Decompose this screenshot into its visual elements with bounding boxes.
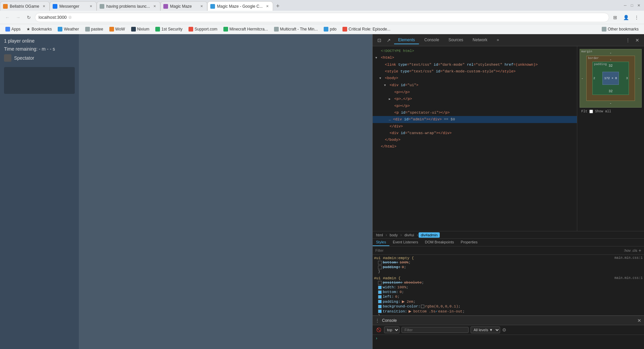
devtools-inspect-icon[interactable]: ↗	[385, 36, 393, 44]
devtools-dock-icon[interactable]: ⊡	[375, 36, 383, 44]
bookmark-weather[interactable]: Weather	[55, 26, 82, 33]
bookmark-nixium[interactable]: Nixium	[128, 26, 152, 33]
color-swatch[interactable]	[421, 305, 424, 308]
new-tab-button[interactable]: +	[273, 1, 282, 11]
console-filter-input[interactable]	[401, 327, 469, 333]
account-icon[interactable]: 👤	[621, 13, 631, 22]
extensions-icon[interactable]: ⊞	[610, 13, 620, 22]
html-line-style[interactable]: <style type="text/css" id="dark-mode-cus…	[373, 68, 577, 75]
address-bar[interactable]: localhost:3000 ☆	[35, 13, 609, 22]
tree-toggle[interactable]	[379, 75, 383, 81]
devtools-settings-icon[interactable]: ⋮	[624, 36, 632, 44]
style-tab-events[interactable]: Event Listeners	[389, 239, 422, 246]
css-prop-checkbox[interactable]	[378, 300, 382, 303]
back-button[interactable]: ←	[3, 13, 12, 22]
bookmark-bookmarks[interactable]: ★ Bookmarks	[24, 26, 54, 33]
reload-button[interactable]: ↻	[24, 13, 34, 22]
css-prop-checkbox[interactable]	[378, 305, 382, 308]
bookmark-minecraft-hermit[interactable]: Minecraft Hermitcra...	[221, 26, 271, 33]
html-line-html-close[interactable]: </html>	[373, 143, 577, 150]
bookmark-apps[interactable]: Apps	[3, 26, 23, 33]
css-file[interactable]: main.min.css:1	[614, 256, 643, 260]
maximize-button[interactable]: □	[629, 3, 635, 8]
html-line-p-spectator[interactable]: <p id="spectator-ui"></p>	[373, 109, 577, 116]
tab-magic-maze-google[interactable]: Magic Maze - Google C... ✕	[207, 1, 273, 11]
tab-sources[interactable]: Sources	[444, 36, 467, 44]
css-selector: #ui #admin {	[374, 276, 400, 280]
other-bookmarks[interactable]: Other bookmarks	[599, 26, 641, 33]
menu-icon[interactable]: ⋮	[632, 13, 641, 22]
bookmark-support[interactable]: Support.com	[186, 26, 220, 33]
style-tab-dom-breakpoints[interactable]: DOM Breakpoints	[422, 239, 458, 246]
tab-network[interactable]: Network	[469, 36, 491, 44]
tree-toggle[interactable]	[389, 96, 392, 102]
tab-title: Magic Maze - Google C...	[217, 4, 263, 9]
html-line-body[interactable]: <body>	[373, 75, 577, 82]
css-property: bottom:	[383, 260, 398, 265]
tab-close[interactable]: ✕	[199, 4, 204, 9]
html-line-link[interactable]: <link type="text/css" id="dark-mode" rel…	[373, 61, 577, 68]
minimize-button[interactable]: ─	[623, 3, 628, 8]
forward-button[interactable]: →	[13, 13, 23, 22]
css-file[interactable]: main.min.css:1	[614, 276, 643, 280]
breadcrumb-html[interactable]: html	[374, 232, 385, 238]
css-prop-checkbox[interactable]	[378, 295, 382, 299]
styles-filter-input[interactable]	[375, 248, 621, 252]
css-property: padding:	[383, 300, 400, 304]
bookmark-critical-role[interactable]: Critical Role: Episode...	[340, 26, 393, 33]
tab-elements[interactable]: Elements	[394, 36, 419, 44]
css-prop-checkbox[interactable]	[378, 261, 382, 265]
css-prop-checkbox[interactable]	[378, 266, 382, 269]
tab-close[interactable]: ✕	[152, 4, 157, 9]
bookmark-label: WoW	[115, 27, 125, 32]
filter-add-button[interactable]: +	[639, 248, 641, 253]
html-line-div-close[interactable]: </div>	[373, 123, 577, 130]
html-line-canvas-wrap[interactable]: <div id="canvas-wrap"></div>	[373, 130, 577, 136]
css-prop-checkbox[interactable]	[378, 286, 382, 289]
bookmark-star-icon[interactable]: ☆	[68, 15, 72, 20]
html-line-doctype[interactable]: <!DOCTYPE html>	[373, 48, 577, 54]
breadcrumb-body[interactable]: body	[388, 232, 400, 238]
css-prop-checkbox[interactable]	[378, 281, 382, 285]
html-line-p1[interactable]: <p></p>	[373, 89, 577, 96]
html-line-p3[interactable]: <p></p>	[373, 103, 577, 109]
bookmark-wow[interactable]: WoW	[107, 26, 128, 33]
box-model-panel: margin - - - - border -	[577, 46, 644, 231]
bookmark-multicraft[interactable]: Multicraft - The Min...	[271, 26, 320, 33]
console-close-button[interactable]: ✕	[637, 318, 641, 323]
tab-magic-maze[interactable]: Magic Maze ✕	[160, 1, 207, 11]
tree-toggle[interactable]	[375, 55, 379, 61]
devtools-close-icon[interactable]: ✕	[633, 36, 641, 44]
css-prop-checkbox[interactable]	[378, 309, 382, 313]
tab-close[interactable]: ✕	[88, 4, 94, 9]
style-tab-styles[interactable]: Styles	[373, 239, 389, 246]
html-line-div-ui[interactable]: <div id="ui">	[373, 82, 577, 89]
bookmark-pdo[interactable]: pdo	[321, 26, 339, 33]
bookmark-1st-security[interactable]: 1st Security	[153, 26, 185, 33]
show-all-checkbox[interactable]	[589, 110, 593, 113]
tab-close[interactable]: ✕	[41, 4, 47, 9]
console-drag-icon[interactable]: ⋮	[375, 318, 379, 323]
breadcrumb-div-ui[interactable]: div#ui	[402, 232, 416, 238]
console-settings-icon[interactable]: ⚙	[502, 327, 506, 333]
tab-problems[interactable]: having problems launc... ✕	[97, 1, 160, 11]
css-block: bottom: 100%; padding: 0; }	[374, 260, 643, 274]
html-line-p2[interactable]: <p>…</p>	[373, 96, 577, 103]
console-clear-icon[interactable]: 🚫	[375, 327, 382, 333]
html-line-html[interactable]: <html>	[373, 54, 577, 61]
html-line-body-close[interactable]: </body>	[373, 136, 577, 143]
console-context-select[interactable]: top	[384, 327, 399, 333]
bookmark-pastee[interactable]: pastee	[83, 26, 106, 33]
tree-toggle[interactable]	[384, 82, 387, 89]
close-button[interactable]: ✕	[636, 3, 641, 8]
breadcrumb-div-admin[interactable]: div#admin	[419, 232, 439, 238]
console-levels-select[interactable]: All levels ▼	[471, 327, 500, 333]
tab-bellatrix[interactable]: Bellatrix OGame ✕	[0, 1, 50, 11]
style-tab-properties[interactable]: Properties	[458, 239, 481, 246]
html-line-div-admin[interactable]: … <div id="admin"></div> == $0	[373, 116, 577, 123]
tab-close[interactable]: ✕	[265, 4, 270, 9]
tab-more[interactable]: »	[493, 36, 503, 44]
css-prop-checkbox[interactable]	[378, 290, 382, 294]
tab-messenger[interactable]: Messenger ✕	[50, 1, 97, 11]
tab-console[interactable]: Console	[420, 36, 443, 44]
